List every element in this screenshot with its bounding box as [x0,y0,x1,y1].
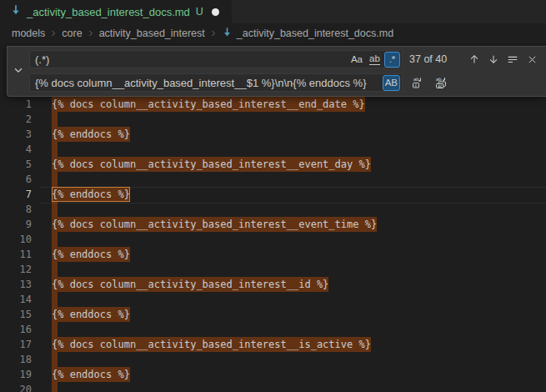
vscode-window: _activity_based_interest_docs.md U model… [0,0,546,392]
line-number[interactable]: 12 [0,262,32,277]
line-content[interactable]: {% enddocs %} [52,307,546,322]
line-content[interactable]: {% docs column__activity_based_interest_… [52,217,546,232]
line-number[interactable]: 17 [0,337,32,352]
line-number[interactable]: 8 [0,202,32,217]
code-line: 4 [0,142,546,157]
line-content[interactable]: {% docs column__activity_based_interest_… [52,157,546,172]
line-number[interactable]: 20 [0,382,32,392]
code-line: 20 [0,382,546,392]
editor-pane: 1 {% docs column__activity_based_interes… [0,43,546,392]
line-number[interactable]: 7 [0,187,32,202]
line-content[interactable]: {% enddocs %} [52,247,546,262]
code-line: 11 {% enddocs %} [0,247,546,262]
line-number[interactable]: 2 [0,112,32,127]
find-match: {% enddocs %} [52,127,130,142]
line-number[interactable]: 14 [0,292,32,307]
chevron-down-icon [13,64,24,79]
line-content[interactable]: {% enddocs %} [52,367,546,382]
line-number[interactable]: 11 [0,247,32,262]
find-match-empty [52,112,58,127]
code-line: 2 [0,112,546,127]
toggle-replace-button[interactable] [8,47,29,96]
code-line: 12 [0,262,546,277]
modified-indicator-dot[interactable] [212,8,219,16]
line-number[interactable]: 6 [0,172,32,187]
line-number[interactable]: 19 [0,367,32,382]
line-number[interactable]: 1 [0,97,32,112]
code-line: 3 {% enddocs %} [0,127,546,142]
next-match-button[interactable] [485,51,502,68]
line-number[interactable]: 15 [0,307,32,322]
regex-button[interactable]: .* [384,52,400,68]
replace-all-button[interactable]: ab ac [433,74,449,91]
find-match-empty [52,292,58,307]
find-input[interactable]: (.*) Aa ab .* [29,50,403,68]
find-match-empty [52,142,58,157]
find-in-selection-button[interactable] [504,51,521,68]
line-number[interactable]: 13 [0,277,32,292]
code-line: 18 [0,352,546,367]
arrow-up-icon [468,53,480,65]
line-content[interactable]: {% docs column__activity_based_interest_… [52,277,546,292]
line-number[interactable]: 10 [0,232,32,247]
find-match-empty [52,232,58,247]
find-match-empty [52,322,58,337]
line-content[interactable]: {% docs column__activity_based_interest_… [52,337,546,352]
code-line: 15 {% enddocs %} [0,307,546,322]
line-number[interactable]: 3 [0,127,32,142]
breadcrumb-item-activity-based-interest[interactable]: activity_based_interest [99,28,205,39]
svg-text:c: c [415,83,418,88]
previous-match-button[interactable] [466,51,483,68]
line-number[interactable]: 4 [0,142,32,157]
whole-word-button[interactable]: ab [367,52,383,68]
svg-text:ab: ab [436,77,442,82]
breadcrumb-item-models[interactable]: models [12,28,45,39]
line-content[interactable] [52,172,546,187]
find-results-count: 37 of 40 [409,53,459,65]
find-match: {% docs column__activity_based_interest_… [52,217,377,232]
line-content[interactable] [52,352,546,367]
replace-value-text: {% docs column__activity_based_interest_… [35,77,383,89]
code-line: 1 {% docs column__activity_based_interes… [0,97,546,112]
find-query-text: (.*) [35,53,348,66]
line-content[interactable]: {% enddocs %} [52,187,546,202]
find-match-empty [52,172,58,187]
line-content[interactable] [52,382,546,392]
replace-input[interactable]: {% docs column__activity_based_interest_… [29,73,403,92]
breadcrumb-chevron-icon [86,28,96,38]
line-content[interactable]: {% docs column__activity_based_interest_… [52,97,546,112]
find-replace-widget: (.*) Aa ab .* 37 of 40 [7,46,546,97]
code-line: 6 [0,172,546,187]
replace-icon: ab c [411,76,424,89]
line-content[interactable] [52,112,546,127]
line-content[interactable] [52,322,546,337]
line-content[interactable]: {% enddocs %} [52,127,546,142]
breadcrumb-item-file[interactable]: _activity_based_interest_docs.md [222,27,393,40]
line-number[interactable]: 9 [0,217,32,232]
arrow-down-icon [488,53,499,65]
breadcrumb-chevron-icon [208,28,218,38]
code-line: 13 {% docs column__activity_based_intere… [0,277,546,292]
match-case-button[interactable]: Aa [348,52,365,68]
line-number[interactable]: 5 [0,157,32,172]
code-line: 17 {% docs column__activity_based_intere… [0,337,546,352]
replace-button[interactable]: ab c [409,74,426,91]
close-find-button[interactable] [523,51,540,68]
find-match-empty [52,352,58,367]
preserve-case-button[interactable]: AB [383,75,400,91]
code-line: 9 {% docs column__activity_based_interes… [0,217,546,232]
find-match: {% docs column__activity_based_interest_… [52,157,371,172]
markdown-file-icon [10,4,22,19]
breadcrumb-chevron-icon [48,28,58,38]
find-match: {% enddocs %} [52,307,130,322]
line-content[interactable] [52,202,546,217]
line-content[interactable] [52,142,546,157]
find-match: {% enddocs %} [52,247,130,262]
line-content[interactable] [52,292,546,307]
line-content[interactable] [52,232,546,247]
line-number[interactable]: 18 [0,352,32,367]
line-number[interactable]: 16 [0,322,32,337]
tab-activity-based-interest-docs[interactable]: _activity_based_interest_docs.md U [0,0,232,23]
breadcrumb-item-core[interactable]: core [62,28,82,39]
line-content[interactable] [52,262,546,277]
